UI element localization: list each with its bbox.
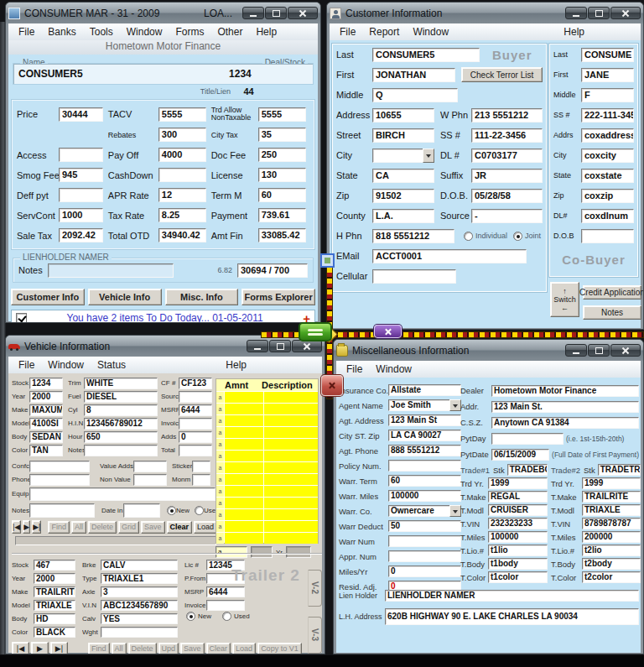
vehicle-titlebar[interactable]: Vehicle Information <box>6 336 325 357</box>
trailer-new-radio[interactable] <box>186 612 195 621</box>
switch-buyer-button[interactable]: ↑ Switch ← <box>550 282 579 317</box>
trailer-year-field[interactable]: 2000 <box>34 573 75 584</box>
trade1-color-field[interactable]: t1color <box>488 571 548 583</box>
trailer-find-button[interactable]: Find <box>88 643 110 655</box>
new-radio[interactable] <box>167 506 176 515</box>
amount-cell[interactable] <box>225 521 263 532</box>
value-adds-field[interactable] <box>133 461 167 472</box>
trailer-model-field[interactable]: TRIAXLE <box>34 600 75 611</box>
buyer-city-combo[interactable] <box>372 149 434 163</box>
agent-name-field[interactable]: Joe Smith <box>388 399 449 411</box>
buyer-street-field[interactable]: BIRCH <box>372 128 434 143</box>
menu-window[interactable]: Window <box>406 25 455 39</box>
trade2-year-field[interactable]: 1999 <box>582 477 641 489</box>
customer-titlebar[interactable]: Customer Information <box>327 3 643 23</box>
trade1-year-field[interactable]: 1999 <box>488 477 548 489</box>
clear-button[interactable]: Clear <box>167 521 193 534</box>
cobuyer-city-field[interactable]: coxcity <box>581 149 634 163</box>
invoice-field[interactable] <box>179 418 212 430</box>
cyl-field[interactable]: 8 <box>84 404 158 416</box>
buyer-source-field[interactable]: - <box>471 209 543 223</box>
menu-window[interactable]: Window <box>41 358 91 372</box>
deal-notes-field[interactable] <box>48 263 174 278</box>
buyer-address-field[interactable]: 10655 <box>372 108 434 122</box>
menu-report[interactable]: Report <box>362 25 406 39</box>
menu-help[interactable]: Help <box>557 25 591 39</box>
description-cell[interactable] <box>264 509 318 520</box>
menu-window[interactable]: Window <box>120 25 169 39</box>
menu-forms[interactable]: Forms <box>169 25 210 39</box>
nav-last-icon[interactable]: ▶| <box>50 642 68 654</box>
sticker-field[interactable] <box>192 461 210 472</box>
description-cell[interactable] <box>264 427 318 438</box>
amount-cell[interactable] <box>225 415 263 426</box>
maximize-icon[interactable] <box>588 7 610 19</box>
trailer-all-button[interactable]: All <box>112 643 127 655</box>
trade1-make-field[interactable]: REGAL <box>488 491 548 503</box>
smog-fee-field[interactable]: 945 <box>59 168 103 182</box>
amount-cell[interactable] <box>225 509 263 520</box>
dock-close-side-icon[interactable] <box>321 375 343 396</box>
amount-cell[interactable] <box>225 392 263 403</box>
buyer-first-name-field[interactable]: JONATHAN <box>372 68 455 82</box>
trade2-body-field[interactable]: t2body <box>582 558 641 570</box>
menu-file[interactable]: File <box>12 25 41 39</box>
grid-button[interactable]: Grid <box>118 521 139 534</box>
joint-radio[interactable] <box>513 232 522 241</box>
trailer-stock-field[interactable]: 467 <box>34 560 75 571</box>
trailer-type-field[interactable]: TRIAXLE1 <box>101 573 178 584</box>
amount-cell[interactable] <box>225 451 263 461</box>
dealer-field[interactable]: Hometown Motor Finance <box>491 385 639 397</box>
trade1-model-field[interactable]: CRUISER <box>488 504 548 516</box>
warranty-co-field[interactable]: Ownercare <box>388 505 449 517</box>
check-terror-list-button[interactable]: Check Terror List <box>461 67 543 82</box>
warranty-term-field[interactable]: 60 <box>388 475 461 487</box>
trailer-used-radio[interactable] <box>222 612 231 621</box>
trailer-clear-button[interactable]: Clear <box>206 643 231 655</box>
maximize-icon[interactable] <box>269 340 291 352</box>
trade-allowance-field[interactable]: 5555 <box>258 107 306 122</box>
trailer-axle-field[interactable]: 3 <box>101 586 178 597</box>
cashdown-field[interactable] <box>158 168 206 182</box>
buyer-dob-field[interactable]: 05/28/58 <box>471 189 543 203</box>
tacv-field[interactable]: 5555 <box>158 107 206 122</box>
tax-rate-field[interactable]: 8.25 <box>158 208 206 222</box>
notes-button[interactable]: Notes <box>583 305 641 320</box>
close-icon[interactable] <box>610 344 641 357</box>
maximize-icon[interactable] <box>265 7 287 19</box>
buyer-city-field[interactable] <box>372 149 423 163</box>
menu-help[interactable]: Help <box>219 358 253 372</box>
trailer-msrp-field[interactable]: 6444 <box>206 586 245 597</box>
todo-message[interactable]: You have 2 items To Do Today... 01-05-20… <box>34 312 296 323</box>
todo-checkbox[interactable] <box>16 313 27 324</box>
trade1-miles-field[interactable]: 100000 <box>488 531 548 543</box>
insurance-co-field[interactable]: Allstate <box>388 384 461 396</box>
total-field[interactable] <box>179 445 212 456</box>
menu-other[interactable]: Other <box>210 25 249 39</box>
year-field[interactable]: 2000 <box>29 391 63 403</box>
buyer-dl-field[interactable]: C0703177 <box>471 149 543 163</box>
menu-help[interactable]: Help <box>249 25 283 39</box>
amount-cell[interactable] <box>225 427 263 438</box>
trade1-body-field[interactable]: t1body <box>488 558 548 570</box>
description-cell[interactable] <box>264 533 318 544</box>
nav-next-icon[interactable]: ▶ <box>31 642 49 654</box>
description-cell[interactable] <box>264 486 318 497</box>
trade2-color-field[interactable]: t2color <box>582 571 641 583</box>
menu-tools[interactable]: Tools <box>83 25 120 39</box>
trade2-model-field[interactable]: TRIAXLE <box>582 504 641 516</box>
buyer-ssn-field[interactable]: 111-22-3456 <box>471 128 543 143</box>
hin-field[interactable]: 123456789012 <box>84 418 158 430</box>
warranty-num-field[interactable] <box>388 535 461 547</box>
miles-per-year-field[interactable]: 0 <box>388 565 461 577</box>
balance-field[interactable]: 30694 / 700 <box>237 263 308 278</box>
stock-field[interactable]: 1234 <box>29 378 63 389</box>
dock-anchor-icon[interactable] <box>320 253 335 268</box>
warranty-miles-field[interactable]: 100000 <box>388 490 461 502</box>
todo-add-icon[interactable]: + <box>303 311 310 324</box>
trailer-invoice-field[interactable] <box>206 600 245 611</box>
deferred-payment-field[interactable] <box>59 188 103 202</box>
description-cell[interactable] <box>264 474 318 485</box>
trade2-stock-field[interactable]: TRADETR <box>598 464 641 476</box>
cobuyer-state-field[interactable]: coxstate <box>581 169 634 183</box>
